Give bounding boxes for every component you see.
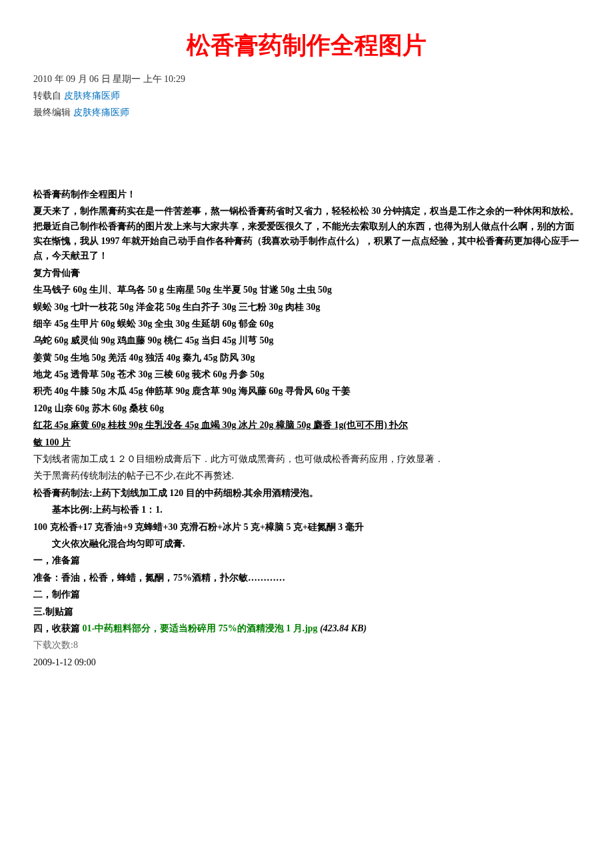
herb-line: 细辛 45g 生甲片 60g 蜈蚣 30g 全虫 30g 生延胡 60g 郁金 … [33, 317, 580, 331]
formula-name: 复方骨仙膏 [33, 266, 580, 281]
instruction-text: 下划线者需加工成１２０目细粉成膏后下．此方可做成黑膏药，也可做成松香膏药应用，疗… [33, 452, 580, 467]
instruction-text: 100 克松香+17 克香油+9 克蜂蜡+30 克滑石粉+冰片 5 克+樟脑 5… [33, 520, 580, 535]
instruction-text: 关于黑膏药传统制法的帖子已不少,在此不再赘述. [33, 469, 580, 483]
instruction-text: 文火依次融化混合均匀即可成膏. [33, 537, 580, 551]
herb-line: 姜黄 50g 生地 50g 羌活 40g 独活 40g 秦九 45g 防风 30… [33, 351, 580, 365]
editor-name-link[interactable]: 皮肤疼痛医师 [73, 107, 129, 117]
page-title: 松香膏药制作全程图片 [33, 27, 580, 65]
section-content: 准备：香油，松香，蜂蜡，氮酮，75%酒精，扑尔敏………… [33, 571, 580, 585]
section-heading: 三.制贴篇 [33, 605, 580, 619]
section-heading: 一，准备篇 [33, 553, 580, 568]
file-size: (423.84 KB) [318, 623, 367, 633]
repost-line: 转载自 皮肤疼痛医师 [33, 89, 580, 103]
section-heading: 二，制作篇 [33, 587, 580, 602]
editor-label: 最终编辑 [33, 107, 73, 117]
image-link[interactable]: 01-中药粗料部分，要适当粉碎用 75%的酒精浸泡 1 月.jpg [83, 623, 318, 633]
herb-line: 生马钱子 60g 生川、草乌各 50 g 生南星 50g 生半夏 50g 甘遂 … [33, 283, 580, 297]
section-4-prefix: 四，收获篇 [33, 623, 83, 633]
herb-line-underlined: 敏 100 片 [33, 435, 580, 450]
herb-line: 地龙 45g 透骨草 50g 苍术 30g 三棱 60g 莪术 60g 丹参 5… [33, 367, 580, 382]
instruction-text: 松香膏药制法:上药下划线加工成 120 目的中药细粉.其余用酒精浸泡。 [33, 486, 580, 501]
date-line: 2010 年 09 月 06 日 星期一 上午 10:29 [33, 72, 580, 87]
herb-line-underlined: 红花 45g 麻黄 60g 桂枝 90g 生乳没各 45g 血竭 30g 冰片 … [33, 418, 580, 433]
herb-line: 120g 山奈 60g 苏木 60g 桑枝 60g [33, 401, 580, 416]
section-line: 四，收获篇 01-中药粗料部分，要适当粉碎用 75%的酒精浸泡 1 月.jpg … [33, 621, 580, 636]
instruction-text: 基本比例:上药与松香 1：1. [33, 503, 580, 517]
repost-author-link[interactable]: 皮肤疼痛医师 [64, 91, 120, 101]
timestamp: 2009-1-12 09:00 [33, 655, 580, 670]
herb-line: 蜈蚣 30g 七叶一枝花 50g 洋金花 50g 生白芥子 30g 三七粉 30… [33, 300, 580, 315]
editor-line: 最终编辑 皮肤疼痛医师 [33, 105, 580, 120]
herb-line: 乌蛇 60g 威灵仙 90g 鸡血藤 90g 桃仁 45g 当归 45g 川芎 … [33, 333, 580, 348]
download-count: 下载次数:8 [33, 638, 580, 653]
body-content: 松香膏药制作全程图片！ 夏天来了，制作黑膏药实在是一件苦差事，熬一锅松香膏药省时… [33, 187, 580, 670]
intro-paragraph: 夏天来了，制作黑膏药实在是一件苦差事，熬一锅松香膏药省时又省力，轻轻松松 30 … [33, 204, 580, 264]
intro-title: 松香膏药制作全程图片！ [33, 187, 580, 202]
herb-line: 积壳 40g 牛膝 50g 木瓜 45g 伸筋草 90g 鹿含草 90g 海风藤… [33, 384, 580, 399]
repost-label: 转载自 [33, 91, 64, 101]
